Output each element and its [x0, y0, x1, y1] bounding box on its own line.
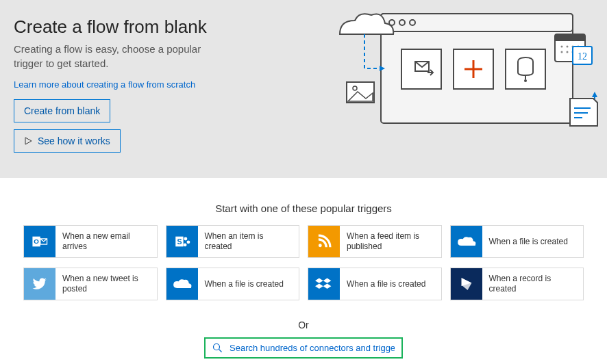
rss-icon	[308, 226, 340, 257]
trigger-label: When a new email arrives	[55, 231, 157, 252]
search-icon	[212, 343, 223, 353]
hero-panel: Create a flow from blank Creating a flow…	[0, 0, 607, 178]
play-icon	[24, 137, 32, 145]
twitter-icon	[24, 268, 55, 300]
trigger-onedrive[interactable]: When a file is created	[450, 225, 584, 258]
trigger-label: When a file is created	[482, 237, 575, 247]
page-subtitle: Creating a flow is easy, choose a popula…	[14, 42, 219, 70]
svg-text:O: O	[34, 237, 39, 245]
trigger-label: When a record is created	[482, 274, 584, 294]
see-how-it-works-button[interactable]: See how it works	[14, 129, 121, 153]
svg-point-20	[567, 46, 569, 48]
trigger-label: When a file is created	[198, 279, 290, 289]
trigger-dropbox[interactable]: When a file is created	[308, 268, 442, 300]
svg-rect-15	[347, 82, 374, 103]
sharepoint-icon: S	[166, 226, 198, 257]
svg-rect-18	[555, 34, 585, 41]
learn-more-link[interactable]: Learn more about creating a flow from sc…	[14, 79, 195, 90]
svg-marker-29	[592, 92, 597, 97]
trigger-sharepoint[interactable]: S When an item is created	[166, 225, 300, 258]
svg-text:S: S	[177, 237, 182, 246]
svg-point-13	[524, 79, 527, 82]
svg-point-24	[567, 51, 569, 53]
trigger-label: When a feed item is published	[340, 231, 441, 252]
svg-rect-11	[506, 49, 545, 89]
svg-point-38	[184, 237, 187, 241]
create-from-blank-button[interactable]: Create from blank	[14, 99, 110, 122]
trigger-grid: O When a new email arrives S When an ite…	[0, 225, 607, 300]
create-from-blank-label: Create from blank	[24, 105, 100, 116]
search-input[interactable]	[230, 343, 395, 353]
onedrive-icon	[451, 226, 482, 257]
popular-triggers-title: Start with one of these popular triggers	[0, 203, 607, 214]
svg-point-23	[561, 51, 563, 53]
hero-illustration: 12	[326, 7, 600, 144]
trigger-outlook[interactable]: O When a new email arrives	[23, 225, 158, 258]
svg-point-41	[319, 244, 322, 247]
dropbox-icon	[308, 268, 340, 300]
trigger-onedrive-business[interactable]: When a file is created	[166, 268, 300, 300]
svg-rect-6	[401, 49, 441, 89]
trigger-label: When a new tweet is posted	[55, 274, 157, 294]
see-how-it-works-label: See how it works	[38, 135, 110, 146]
svg-point-40	[183, 243, 186, 246]
svg-line-43	[219, 350, 222, 352]
svg-point-19	[561, 46, 563, 48]
svg-text:12: 12	[578, 51, 587, 62]
svg-point-39	[186, 240, 190, 244]
trigger-label: When an item is created	[198, 231, 299, 252]
or-divider: Or	[0, 320, 607, 330]
svg-marker-0	[25, 138, 32, 144]
dynamics-icon	[451, 268, 482, 300]
trigger-twitter[interactable]: When a new tweet is posted	[23, 268, 158, 300]
trigger-dynamics[interactable]: When a record is created	[450, 268, 584, 300]
outlook-icon: O	[24, 226, 55, 257]
trigger-label: When a file is created	[340, 279, 432, 289]
svg-point-42	[214, 344, 220, 350]
trigger-rss[interactable]: When a feed item is published	[308, 225, 442, 258]
search-connectors-box[interactable]	[204, 337, 403, 359]
onedrive-icon	[166, 268, 198, 300]
